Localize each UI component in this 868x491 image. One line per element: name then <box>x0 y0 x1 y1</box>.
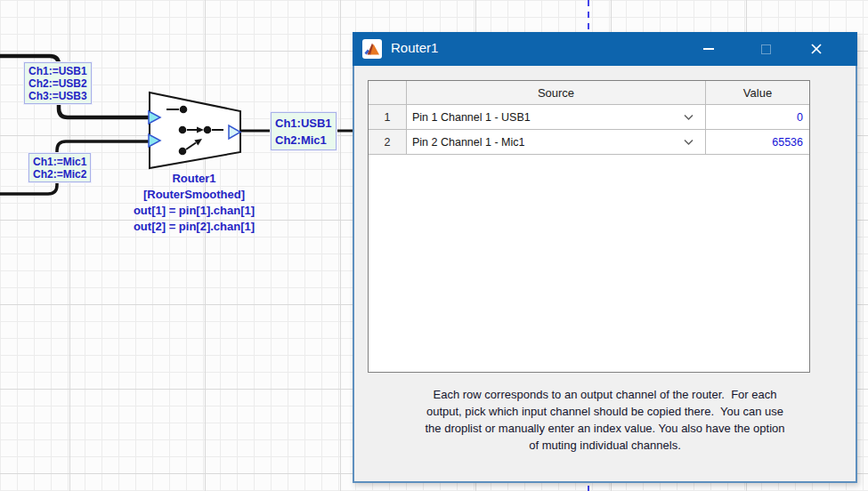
description-line: of muting individual channels. <box>361 437 848 454</box>
header-source: Source <box>407 81 706 105</box>
wire-label-usb: Ch1:=USB1 Ch2:=USB2 Ch3:=USB3 <box>24 62 92 104</box>
wire-label-line: Ch3:=USB3 <box>28 90 87 102</box>
wire-label-line: Ch1:=USB1 <box>28 65 87 77</box>
dialog-description: Each row corresponds to an output channe… <box>361 386 848 454</box>
dialog-body: Source Value 1 Pin 1 Channel 1 - USB1 0 … <box>354 66 856 481</box>
close-button[interactable] <box>796 32 837 66</box>
maximize-icon <box>761 44 771 54</box>
header-value: Value <box>706 81 809 105</box>
block-type: [RouterSmoothed] <box>114 187 274 203</box>
dialog-title: Router1 <box>391 40 438 55</box>
description-line: the droplist or manually enter an index … <box>361 420 848 437</box>
wire-label-output: Ch1:USB1 Ch2:Mic1 <box>271 112 337 150</box>
router-matrix-table: Source Value 1 Pin 1 Channel 1 - USB1 0 … <box>368 80 810 373</box>
row-1-value-input[interactable]: 0 <box>706 105 809 130</box>
description-line: output, pick which input channel should … <box>361 403 848 420</box>
block-annotation: out[1] = pin[1].chan[1] <box>114 203 274 219</box>
row-1-index[interactable]: 1 <box>369 105 407 130</box>
block-annotation: out[2] = pin[2].chan[1] <box>114 219 274 235</box>
row-2-source-dropdown[interactable]: Pin 2 Channel 1 - Mic1 <box>407 130 706 155</box>
dropdown-chevron-icon[interactable] <box>684 139 694 145</box>
wire-label-line: Ch1:=Mic1 <box>33 156 86 168</box>
description-line: Each row corresponds to an output channe… <box>361 386 848 403</box>
row-1-source-dropdown[interactable]: Pin 1 Channel 1 - USB1 <box>407 105 706 130</box>
matlab-icon <box>362 39 382 59</box>
dropdown-chevron-icon[interactable] <box>684 114 694 120</box>
close-icon <box>809 42 823 56</box>
row-2-source-text: Pin 2 Channel 1 - Mic1 <box>412 136 524 149</box>
wire-label-line: Ch2:=Mic2 <box>33 168 86 181</box>
router1-dialog: Router1 Source Value 1 Pin 1 Channel 1 -… <box>353 32 857 483</box>
block-name: Router1 <box>114 171 274 187</box>
minimize-button[interactable] <box>688 32 729 66</box>
row-2-index[interactable]: 2 <box>369 130 407 155</box>
table-empty-area <box>369 155 809 372</box>
wire-label-line: Ch2:=USB2 <box>28 77 87 90</box>
wire-label-mic: Ch1:=Mic1 Ch2:=Mic2 <box>28 153 91 182</box>
wire-label-line: Ch1:USB1 <box>275 115 332 132</box>
minimize-icon <box>703 48 714 50</box>
maximize-button-disabled <box>745 32 786 66</box>
router-block-caption: Router1 [RouterSmoothed] out[1] = pin[1]… <box>114 171 274 235</box>
header-index <box>369 81 407 105</box>
row-1-source-text: Pin 1 Channel 1 - USB1 <box>412 111 531 124</box>
wire-label-line: Ch2:Mic1 <box>275 132 332 149</box>
row-2-value-input[interactable]: 65536 <box>706 130 809 155</box>
dialog-titlebar[interactable]: Router1 <box>353 32 857 66</box>
